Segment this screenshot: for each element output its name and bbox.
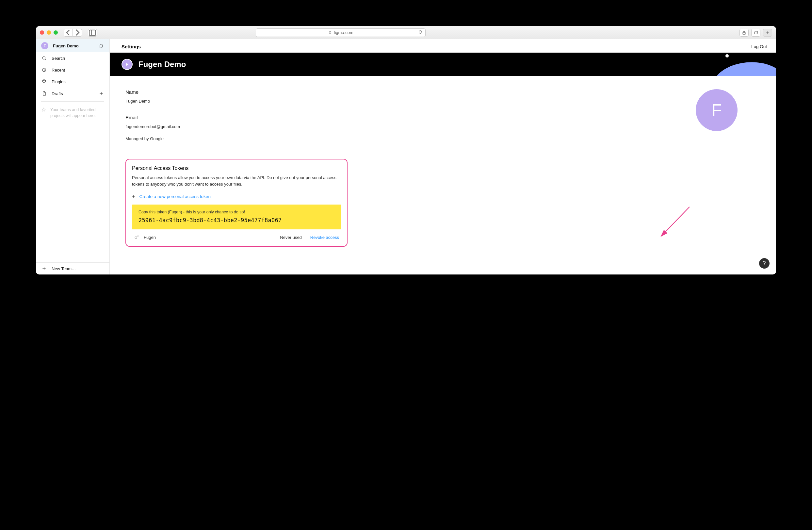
sidebar-user-name: Fugen Demo (53, 43, 79, 48)
address-bar[interactable]: figma.com (256, 28, 425, 37)
browser-window: figma.com F Fugen Demo (36, 26, 776, 274)
sidebar-toggle-button[interactable] (88, 29, 97, 37)
chrome-right (739, 29, 772, 37)
avatar-small: F (41, 42, 48, 49)
sidebar-item-plugins[interactable]: Plugins (36, 76, 110, 88)
create-token-button[interactable]: + Create a new personal access token (132, 193, 341, 200)
hero-title: Fugen Demo (139, 60, 186, 69)
avatar-large[interactable]: F (696, 89, 738, 131)
logout-link[interactable]: Log Out (751, 44, 767, 49)
settings-panel: Name Fugen Demo Email fugendemorobot@gma… (110, 76, 776, 266)
sidebar-item-user[interactable]: F Fugen Demo (36, 39, 110, 52)
name-value: Fugen Demo (126, 99, 670, 104)
page-title: Settings (121, 44, 141, 49)
sidebar-item-label: Search (52, 56, 65, 61)
window-maximize-button[interactable] (54, 30, 58, 34)
svg-point-4 (42, 57, 45, 59)
window-minimize-button[interactable] (47, 30, 51, 34)
token-value: 25961-4ac9fbc9-3bd8-4c43-bbe2-95e477f8a0… (139, 217, 334, 224)
sidebar-item-search[interactable]: Search (36, 52, 110, 64)
svg-point-6 (725, 54, 729, 58)
token-copy-hint: Copy this token (Fugen) - this is your o… (139, 210, 334, 214)
sidebar-hint-text: Your teams and favorited projects will a… (50, 107, 104, 119)
create-token-label: Create a new personal access token (140, 194, 211, 199)
pat-heading: Personal Access Tokens (132, 165, 341, 171)
email-label: Email (126, 115, 670, 120)
sidebar-item-new-team[interactable]: New Team… (36, 263, 110, 274)
search-icon (41, 55, 47, 61)
sidebar-item-label: Plugins (52, 80, 66, 84)
svg-point-7 (135, 237, 137, 239)
topbar: Settings Log Out (110, 39, 776, 53)
pat-description: Personal access tokens allow you to acce… (132, 174, 341, 187)
nav-buttons (64, 29, 82, 37)
plus-icon: + (132, 193, 135, 200)
sidebar-item-label: New Team… (52, 266, 76, 271)
traffic-lights (40, 30, 58, 34)
email-value: fugendemorobot@gmail.com (126, 124, 670, 129)
svg-rect-0 (89, 30, 96, 35)
new-tab-button[interactable] (763, 29, 772, 37)
svg-rect-3 (755, 32, 757, 34)
divider (41, 101, 104, 102)
sidebar-hint: Your teams and favorited projects will a… (36, 104, 110, 122)
annotation-arrow (655, 205, 694, 241)
svg-rect-1 (329, 32, 331, 33)
personal-access-tokens-section: Personal Access Tokens Personal access t… (126, 159, 348, 247)
reload-icon[interactable] (418, 30, 423, 35)
tabs-button[interactable] (751, 29, 760, 37)
revoke-access-link[interactable]: Revoke access (310, 235, 339, 240)
clock-icon (41, 67, 47, 73)
hero: F Fugen Demo (110, 53, 776, 76)
hero-decoration (716, 53, 776, 76)
key-icon (134, 234, 140, 241)
token-status: Never used (280, 235, 302, 240)
sidebar: F Fugen Demo Search Recent (36, 39, 110, 274)
browser-chrome: figma.com (36, 26, 776, 39)
lock-icon (328, 30, 332, 35)
token-name: Fugen (144, 235, 276, 240)
name-label: Name (126, 89, 670, 95)
back-button[interactable] (64, 29, 73, 37)
svg-line-8 (661, 207, 690, 236)
content: Settings Log Out F Fugen Demo Name (110, 39, 776, 274)
window-close-button[interactable] (40, 30, 44, 34)
share-button[interactable] (739, 29, 749, 37)
sidebar-item-recent[interactable]: Recent (36, 64, 110, 76)
plus-icon (41, 266, 47, 272)
bell-icon[interactable] (98, 43, 104, 49)
help-button[interactable]: ? (759, 258, 770, 269)
plugin-icon (41, 79, 47, 85)
managed-by: Managed by Google (126, 136, 670, 141)
plus-icon[interactable] (98, 90, 104, 96)
address-bar-host: figma.com (334, 30, 353, 35)
token-row: Fugen Never used Revoke access (132, 229, 341, 242)
file-icon (41, 90, 47, 96)
avatar: F (121, 59, 133, 70)
app: F Fugen Demo Search Recent (36, 39, 776, 274)
star-icon (41, 107, 46, 113)
sidebar-item-label: Drafts (52, 91, 63, 96)
forward-button[interactable] (73, 29, 82, 37)
sidebar-item-label: Recent (52, 68, 65, 73)
sidebar-item-drafts[interactable]: Drafts (36, 88, 110, 99)
token-copy-box[interactable]: Copy this token (Fugen) - this is your o… (132, 204, 341, 229)
